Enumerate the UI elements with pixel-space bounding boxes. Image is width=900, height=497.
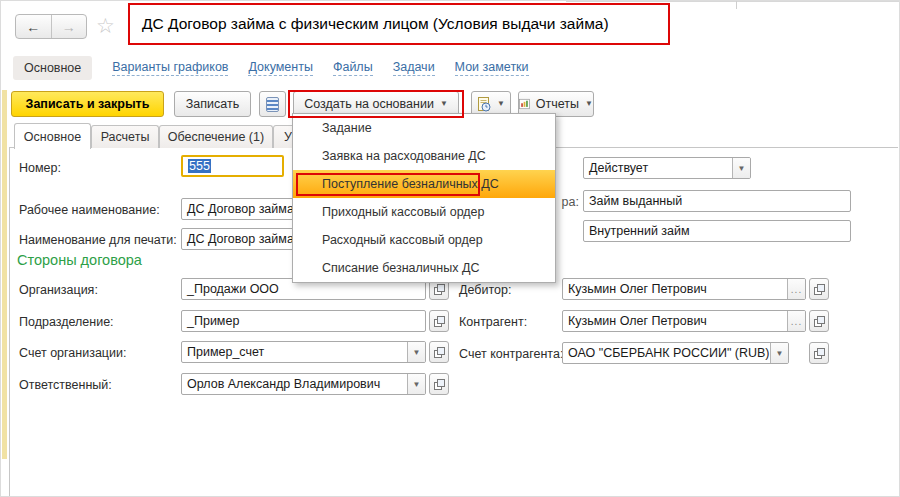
department-label: Подразделение: [19, 315, 114, 329]
nav-item-main[interactable]: Основное [13, 56, 92, 80]
debtor-label: Дебитор: [459, 283, 511, 297]
counterparty-value: Кузьмин Олег Петрович [563, 311, 787, 331]
menu-item-cash-receipt-order[interactable]: Приходный кассовый ордер [293, 198, 555, 226]
print-name-label: Наименование для печати: [19, 233, 177, 247]
navigation-links: Основное Варианты графиков Документы Фай… [13, 56, 529, 80]
back-button[interactable]: ← [16, 15, 52, 38]
cp-account-input[interactable]: ОАО "СБЕРБАНК РОССИИ" (RUB) ▼ [562, 342, 789, 364]
status-dropdown-button[interactable]: ▼ [732, 158, 750, 178]
open-link-icon [814, 316, 825, 327]
department-input[interactable]: _Пример [181, 310, 426, 332]
title-annotation-box: ДС Договор займа с физическим лицом (Усл… [128, 3, 670, 45]
favorite-star-icon[interactable]: ☆ [96, 14, 115, 38]
chevron-down-icon: ▼ [738, 164, 746, 173]
window-top-edge [566, 1, 900, 2]
tab-calculations[interactable]: Расчеты [91, 125, 159, 148]
debtor-input[interactable]: Кузьмин Олег Петрович ... [562, 278, 806, 300]
department-open-button[interactable] [429, 310, 449, 332]
number-input[interactable]: 555 [181, 155, 284, 177]
cp-account-value: ОАО "СБЕРБАНК РОССИИ" (RUB) [563, 343, 770, 363]
responsible-dropdown-button[interactable]: ▼ [407, 374, 425, 394]
responsible-value: Орлов Александр Владимирович [182, 374, 407, 394]
menu-item-cashless-writeoff[interactable]: Списание безналичных ДС [293, 254, 555, 282]
tab-label: Расчеты [101, 130, 150, 144]
counterparty-choose-button[interactable]: ... [787, 311, 805, 331]
cp-account-open-button[interactable] [809, 342, 829, 364]
save-button[interactable]: Записать [174, 91, 251, 117]
number-label: Номер: [19, 161, 61, 175]
open-link-icon [814, 284, 825, 295]
chevron-down-icon: ▼ [585, 100, 593, 108]
tab-label: Обеспечение (1) [168, 130, 264, 144]
working-name-label: Рабочее наименование: [19, 203, 160, 217]
create-based-on-menu: Задание Заявка на расходование ДС Поступ… [292, 113, 556, 283]
org-account-input[interactable]: Пример_счет ▼ [181, 341, 426, 363]
save-and-close-button[interactable]: Записать и закрыть [11, 91, 164, 117]
open-link-icon [434, 316, 445, 327]
tab-main[interactable]: Основное [14, 123, 91, 149]
open-link-icon [814, 348, 825, 359]
contract-kind-input[interactable]: Займ выданный [583, 190, 851, 212]
nav-item-my-notes[interactable]: Мои заметки [455, 60, 529, 76]
status-select[interactable]: Действует ▼ [583, 157, 751, 179]
cp-account-label: Счет контрагента: [459, 347, 563, 361]
save-and-close-label: Записать и закрыть [26, 97, 150, 111]
document-structure-icon [266, 97, 279, 112]
contract-kind-label-fragment: ра: [557, 195, 579, 209]
parties-section-header: Стороны договора [17, 252, 142, 268]
status-value: Действует [584, 158, 732, 178]
document-clock-icon [477, 97, 491, 112]
chevron-down-icon: ▼ [413, 348, 421, 357]
ellipsis-icon: ... [791, 316, 802, 327]
chevron-down-icon: ▼ [776, 349, 784, 358]
nav-item-schedule-variants[interactable]: Варианты графиков [112, 60, 228, 76]
counterparty-open-button[interactable] [809, 310, 829, 332]
create-based-on-label: Создать на основании [304, 97, 434, 111]
forward-button[interactable]: → [52, 15, 87, 38]
org-account-dropdown-button[interactable]: ▼ [407, 342, 425, 362]
menu-item-cash-expense-order[interactable]: Расходный кассовый ордер [293, 226, 555, 254]
debtor-value: Кузьмин Олег Петрович [563, 279, 787, 299]
reports-label: Отчеты [536, 97, 579, 111]
save-label: Записать [186, 97, 239, 111]
chevron-down-icon: ▼ [497, 100, 505, 108]
open-link-icon [434, 284, 445, 295]
tab-label: Основное [24, 130, 81, 144]
org-account-label: Счет организации: [19, 346, 126, 360]
nav-item-files[interactable]: Файлы [333, 60, 373, 76]
org-account-value: Пример_счет [182, 342, 407, 362]
nav-item-tasks[interactable]: Задачи [393, 60, 435, 76]
open-link-icon [434, 379, 445, 390]
nav-item-documents[interactable]: Документы [248, 60, 312, 76]
back-arrow-icon: ← [26, 19, 40, 35]
debtor-choose-button[interactable]: ... [787, 279, 805, 299]
debtor-open-button[interactable] [809, 278, 829, 300]
history-nav-group: ← → [15, 14, 87, 39]
forward-arrow-icon: → [62, 19, 76, 35]
internal-loan-value: Внутренний займ [584, 221, 850, 241]
cp-account-dropdown-button[interactable]: ▼ [770, 343, 788, 363]
org-account-open-button[interactable] [429, 341, 449, 363]
counterparty-input[interactable]: Кузьмин Олег Петрович ... [562, 310, 806, 332]
ellipsis-icon: ... [791, 284, 802, 295]
responsible-input[interactable]: Орлов Александр Владимирович ▼ [181, 373, 426, 395]
modified-indicator-strip [2, 90, 7, 459]
menu-item-expense-request[interactable]: Заявка на расходование ДС [293, 142, 555, 170]
responsible-open-button[interactable] [429, 373, 449, 395]
report-chart-icon [519, 97, 530, 111]
open-link-icon [434, 347, 445, 358]
organization-label: Организация: [19, 283, 98, 297]
menu-item-cashless-receipt[interactable]: Поступление безналичных ДС [293, 170, 555, 198]
department-value: _Пример [182, 311, 425, 331]
responsible-label: Ответственный: [19, 378, 112, 392]
chevron-down-icon: ▼ [440, 100, 448, 108]
window-top-divider [736, 1, 737, 9]
application-window: ← → ☆ ДС Договор займа с физическим лицо… [0, 0, 900, 497]
contract-kind-value: Займ выданный [584, 191, 850, 211]
internal-loan-input[interactable]: Внутренний займ [583, 220, 851, 242]
related-documents-button[interactable] [259, 91, 286, 117]
chevron-down-icon: ▼ [413, 380, 421, 389]
menu-item-task[interactable]: Задание [293, 114, 555, 142]
number-value: 555 [188, 159, 211, 173]
tab-collateral[interactable]: Обеспечение (1) [159, 125, 273, 148]
